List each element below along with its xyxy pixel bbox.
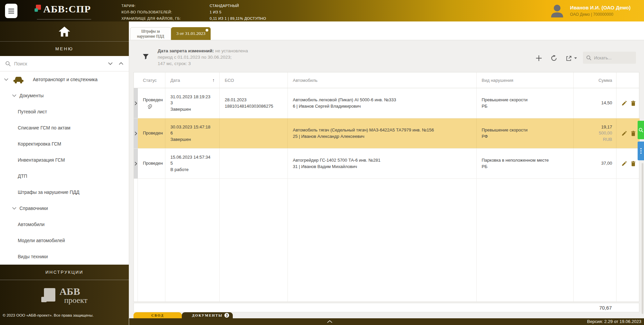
- vertical-scrollbar[interactable]: [642, 163, 643, 314]
- pencil-icon: [622, 161, 627, 166]
- row-expander[interactable]: [134, 118, 138, 148]
- tab-doc-type[interactable]: Штрафы за нарушение ПДД: [130, 27, 171, 40]
- table-total-row: 70,67: [133, 303, 639, 312]
- column-header-date[interactable]: Дата↑: [165, 72, 220, 88]
- kebab-menu-icon: [640, 148, 642, 154]
- cell-amount: 37,00: [574, 149, 616, 178]
- sidebar-item-autotransport[interactable]: Автотранспорт и спецтехника: [0, 71, 129, 88]
- avatar-icon: [549, 3, 565, 19]
- hamburger-menu-button[interactable]: [5, 4, 17, 18]
- chevron-right-icon: [135, 101, 137, 105]
- table-row[interactable]: Проведен 31.01.2023 18:19:23 3 Завершен …: [134, 88, 639, 118]
- logo-text: АБВ:СПР: [43, 3, 91, 15]
- table-search-input[interactable]: [594, 55, 633, 60]
- sidebar-item-directories[interactable]: Справочники: [0, 200, 129, 216]
- user-name: Иванов И.И. (ОАО Демо): [570, 5, 631, 10]
- bottom-view-tabs: СВОД ДОКУМЕНТЫ 3: [133, 312, 644, 318]
- edit-button[interactable]: [622, 161, 627, 166]
- tab-documents[interactable]: ДОКУМЕНТЫ 3: [182, 312, 233, 318]
- sidebar-item-car-models[interactable]: Модели автомобилей: [0, 232, 129, 249]
- expand-panel-chevron-up-icon[interactable]: [327, 320, 332, 323]
- sidebar-item-fuel-correction[interactable]: Корректировка ГСМ: [0, 136, 129, 152]
- refresh-button[interactable]: [551, 55, 557, 61]
- column-header-vehicle[interactable]: Автомобиль: [288, 72, 477, 88]
- chevron-down-icon: [4, 78, 8, 81]
- cell-date: 31.01.2023 18:19:23 3 Завершен: [165, 88, 220, 118]
- add-record-button[interactable]: [536, 55, 542, 61]
- content-panel: Дата запрета изменений: не установлена п…: [129, 40, 644, 325]
- delete-button[interactable]: [631, 101, 636, 106]
- logo-icon: [35, 5, 41, 13]
- chevron-up-icon: [119, 62, 123, 65]
- query-stats-text: 147 мс, строк: 3: [158, 60, 248, 67]
- collapse-all-button[interactable]: [108, 62, 113, 65]
- export-button[interactable]: [566, 55, 577, 61]
- table-row[interactable]: Проведен 15.06.2023 14:57:34 5 В работе …: [134, 149, 639, 179]
- sidebar-item-documents[interactable]: Документы: [0, 88, 129, 104]
- app-logo: АБВ:СПР: [35, 3, 91, 15]
- sidebar-item-traffic-fines[interactable]: Штрафы за нарушение ПДД: [0, 184, 129, 200]
- cell-violation: Парковка в неположенном месте РБ: [477, 149, 574, 178]
- row-expander[interactable]: [134, 88, 138, 118]
- chevron-down-icon: [108, 62, 113, 65]
- list-toolbar: Дата запрета изменений: не установлена п…: [129, 40, 644, 72]
- table-row[interactable]: Проведен 30.03.2023 15:47:18 6 Завершен …: [134, 118, 639, 149]
- sidebar-item-equipment-types[interactable]: Виды техники: [0, 249, 129, 265]
- edit-button[interactable]: [622, 101, 627, 106]
- cell-amount: 19,17 500,00 RUB: [574, 118, 616, 148]
- column-header-bso[interactable]: БСО: [220, 72, 288, 88]
- document-tabbar: Штрафы за нарушение ПДД 3 от 31.01.2023: [129, 21, 644, 40]
- sidebar-tree: Автотранспорт и спецтехника Документы Пу…: [0, 71, 129, 265]
- cell-bso: [220, 149, 288, 178]
- sidebar-item-cars[interactable]: Автомобили: [0, 216, 129, 232]
- side-more-button[interactable]: [638, 142, 644, 160]
- instructions-section[interactable]: ИНСТРУКЦИИ: [0, 265, 129, 280]
- car-icon: [13, 76, 24, 84]
- tab-current-document[interactable]: 3 от 31.01.2023: [171, 27, 211, 40]
- filter-button[interactable]: [143, 54, 149, 61]
- delete-button[interactable]: [631, 131, 636, 136]
- column-header-violation[interactable]: Вид нарушения: [477, 72, 574, 88]
- sidebar-search-input[interactable]: [14, 61, 102, 66]
- search-icon: [586, 55, 591, 60]
- ban-date-value: не установлена: [214, 48, 248, 53]
- users-count-value: 1 ИЗ 5: [210, 10, 266, 16]
- funnel-icon: [143, 54, 149, 60]
- sidebar-item-waybill[interactable]: Путевой лист: [0, 104, 129, 120]
- unsaved-indicator-dot: [206, 29, 208, 32]
- side-search-button[interactable]: [638, 121, 644, 139]
- cell-violation: Превышение скорости РФ: [477, 118, 574, 148]
- column-header-status[interactable]: Статус: [138, 72, 165, 88]
- copyright-text: © 2023 ООО «АБВ-проект». Все права защищ…: [0, 311, 129, 325]
- table-search-box: [583, 52, 636, 64]
- pencil-icon: [622, 101, 627, 106]
- export-icon: [566, 55, 572, 61]
- cell-actions: [616, 118, 640, 148]
- column-header-amount[interactable]: Сумма: [574, 72, 616, 88]
- sidebar-item-fuel-inventory[interactable]: Инвентаризация ГСМ: [0, 152, 129, 168]
- table-header-row: Статус Дата↑ БСО Автомобиль Вид нарушени…: [134, 72, 639, 88]
- trash-icon: [631, 131, 636, 136]
- tab-svod[interactable]: СВОД: [133, 312, 182, 318]
- chevron-down-icon: [12, 94, 16, 97]
- status-bar: Версия: 2.29 от 19.06.2023: [129, 318, 644, 325]
- tariff-label: ТАРИФ:: [121, 4, 210, 10]
- expand-all-button[interactable]: [119, 62, 123, 65]
- delete-button[interactable]: [631, 161, 636, 166]
- sidebar-search: [0, 56, 129, 71]
- edit-button[interactable]: [622, 131, 627, 136]
- cell-bso: [220, 118, 288, 148]
- top-header-bar: АБВ:СПР ТАРИФ: СТАНДАРТНЫЙ КОЛ-ВО ПОЛЬЗО…: [0, 0, 644, 21]
- cell-bso: 28.01.2023 18810148140303086275: [220, 88, 288, 118]
- user-organization: ОАО Демо | 700000000: [570, 12, 631, 17]
- cell-status: Проведен: [138, 118, 165, 148]
- row-expander[interactable]: [134, 149, 138, 178]
- sidebar-item-fuel-writeoff[interactable]: Списание ГСМ по актам: [0, 120, 129, 136]
- sidebar-item-dtp[interactable]: ДТП: [0, 168, 129, 184]
- user-menu[interactable]: Иванов И.И. (ОАО Демо) ОАО Демо | 700000…: [549, 3, 631, 19]
- home-button[interactable]: [0, 21, 129, 41]
- filter-summary: Дата запрета изменений: не установлена п…: [158, 48, 248, 67]
- cell-status: Проведен: [138, 149, 165, 178]
- cell-violation: Превышение скорости РБ: [477, 88, 574, 118]
- chevron-down-icon: [574, 57, 577, 59]
